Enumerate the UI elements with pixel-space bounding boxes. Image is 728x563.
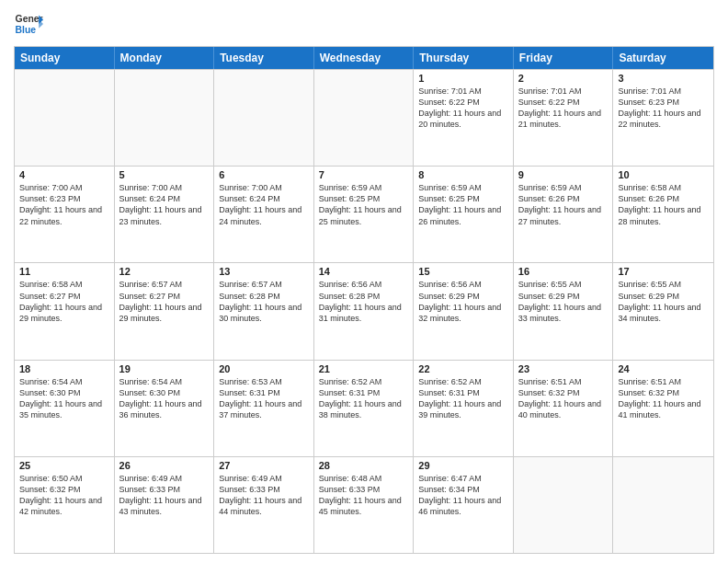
day-number: 17 bbox=[618, 266, 709, 277]
day-cell-29: 29Sunrise: 6:47 AM Sunset: 6:34 PM Dayli… bbox=[414, 457, 514, 553]
calendar-row-1: 4Sunrise: 7:00 AM Sunset: 6:23 PM Daylig… bbox=[15, 166, 713, 262]
day-cell-6: 6Sunrise: 7:00 AM Sunset: 6:24 PM Daylig… bbox=[214, 167, 314, 262]
day-cell-24: 24Sunrise: 6:51 AM Sunset: 6:32 PM Dayli… bbox=[613, 361, 713, 456]
day-info: Sunrise: 6:56 AM Sunset: 6:29 PM Dayligh… bbox=[418, 279, 508, 324]
day-number: 23 bbox=[518, 363, 609, 374]
calendar-row-2: 11Sunrise: 6:58 AM Sunset: 6:27 PM Dayli… bbox=[15, 262, 713, 359]
calendar: SundayMondayTuesdayWednesdayThursdayFrid… bbox=[14, 46, 714, 554]
day-info: Sunrise: 6:59 AM Sunset: 6:25 PM Dayligh… bbox=[319, 182, 409, 227]
day-cell-4: 4Sunrise: 7:00 AM Sunset: 6:23 PM Daylig… bbox=[15, 167, 115, 262]
day-info: Sunrise: 6:48 AM Sunset: 6:33 PM Dayligh… bbox=[319, 473, 409, 518]
day-info: Sunrise: 6:54 AM Sunset: 6:30 PM Dayligh… bbox=[19, 376, 109, 421]
day-info: Sunrise: 7:01 AM Sunset: 6:23 PM Dayligh… bbox=[618, 86, 709, 131]
day-number: 28 bbox=[319, 460, 409, 471]
day-info: Sunrise: 6:54 AM Sunset: 6:30 PM Dayligh… bbox=[119, 376, 210, 421]
day-number: 8 bbox=[418, 169, 508, 180]
day-number: 5 bbox=[119, 169, 210, 180]
day-info: Sunrise: 7:00 AM Sunset: 6:24 PM Dayligh… bbox=[219, 182, 309, 227]
day-info: Sunrise: 6:52 AM Sunset: 6:31 PM Dayligh… bbox=[418, 376, 508, 421]
day-cell-20: 20Sunrise: 6:53 AM Sunset: 6:31 PM Dayli… bbox=[214, 361, 314, 456]
day-cell-empty-0-0 bbox=[15, 70, 115, 166]
day-cell-27: 27Sunrise: 6:49 AM Sunset: 6:33 PM Dayli… bbox=[214, 457, 314, 553]
day-cell-10: 10Sunrise: 6:58 AM Sunset: 6:26 PM Dayli… bbox=[613, 167, 713, 262]
day-number: 20 bbox=[219, 363, 309, 374]
day-cell-13: 13Sunrise: 6:57 AM Sunset: 6:28 PM Dayli… bbox=[214, 263, 314, 359]
calendar-row-3: 18Sunrise: 6:54 AM Sunset: 6:30 PM Dayli… bbox=[15, 360, 713, 456]
day-number: 19 bbox=[119, 363, 210, 374]
day-number: 10 bbox=[618, 169, 709, 180]
day-info: Sunrise: 6:49 AM Sunset: 6:33 PM Dayligh… bbox=[219, 473, 309, 518]
day-info: Sunrise: 7:01 AM Sunset: 6:22 PM Dayligh… bbox=[418, 86, 508, 131]
day-cell-8: 8Sunrise: 6:59 AM Sunset: 6:25 PM Daylig… bbox=[414, 167, 514, 262]
day-info: Sunrise: 6:57 AM Sunset: 6:27 PM Dayligh… bbox=[119, 279, 210, 324]
day-cell-empty-0-1 bbox=[115, 70, 215, 166]
day-number: 6 bbox=[219, 169, 309, 180]
svg-text:Blue: Blue bbox=[16, 25, 37, 35]
day-cell-empty-0-2 bbox=[214, 70, 314, 166]
day-number: 27 bbox=[219, 460, 309, 471]
day-cell-15: 15Sunrise: 6:56 AM Sunset: 6:29 PM Dayli… bbox=[414, 263, 514, 359]
weekday-header-tuesday: Tuesday bbox=[214, 47, 314, 69]
day-info: Sunrise: 6:55 AM Sunset: 6:29 PM Dayligh… bbox=[618, 279, 709, 324]
day-number: 12 bbox=[119, 266, 210, 277]
calendar-row-0: 1Sunrise: 7:01 AM Sunset: 6:22 PM Daylig… bbox=[15, 69, 713, 166]
day-cell-25: 25Sunrise: 6:50 AM Sunset: 6:32 PM Dayli… bbox=[15, 457, 115, 553]
day-number: 18 bbox=[19, 363, 109, 374]
day-number: 29 bbox=[418, 460, 508, 471]
weekday-header-saturday: Saturday bbox=[613, 47, 713, 69]
day-number: 2 bbox=[518, 73, 609, 84]
day-info: Sunrise: 6:50 AM Sunset: 6:32 PM Dayligh… bbox=[19, 473, 109, 518]
day-number: 9 bbox=[518, 169, 609, 180]
day-cell-11: 11Sunrise: 6:58 AM Sunset: 6:27 PM Dayli… bbox=[15, 263, 115, 359]
day-info: Sunrise: 7:00 AM Sunset: 6:24 PM Dayligh… bbox=[119, 182, 210, 227]
weekday-header-sunday: Sunday bbox=[15, 47, 115, 69]
day-number: 25 bbox=[19, 460, 109, 471]
calendar-row-4: 25Sunrise: 6:50 AM Sunset: 6:32 PM Dayli… bbox=[15, 456, 713, 553]
day-cell-5: 5Sunrise: 7:00 AM Sunset: 6:24 PM Daylig… bbox=[115, 167, 215, 262]
day-cell-16: 16Sunrise: 6:55 AM Sunset: 6:29 PM Dayli… bbox=[514, 263, 614, 359]
day-number: 13 bbox=[219, 266, 309, 277]
weekday-header-wednesday: Wednesday bbox=[314, 47, 415, 69]
day-number: 16 bbox=[518, 266, 609, 277]
day-info: Sunrise: 6:51 AM Sunset: 6:32 PM Dayligh… bbox=[518, 376, 609, 421]
day-info: Sunrise: 6:59 AM Sunset: 6:26 PM Dayligh… bbox=[518, 182, 609, 227]
day-info: Sunrise: 6:55 AM Sunset: 6:29 PM Dayligh… bbox=[518, 279, 609, 324]
day-number: 11 bbox=[19, 266, 109, 277]
page: General Blue SundayMondayTuesdayWednesda… bbox=[0, 0, 728, 563]
day-info: Sunrise: 6:53 AM Sunset: 6:31 PM Dayligh… bbox=[219, 376, 309, 421]
day-cell-2: 2Sunrise: 7:01 AM Sunset: 6:22 PM Daylig… bbox=[514, 70, 614, 166]
day-number: 7 bbox=[319, 169, 409, 180]
logo: General Blue bbox=[14, 9, 43, 39]
day-cell-21: 21Sunrise: 6:52 AM Sunset: 6:31 PM Dayli… bbox=[314, 361, 415, 456]
day-info: Sunrise: 6:58 AM Sunset: 6:26 PM Dayligh… bbox=[618, 182, 709, 227]
weekday-header-monday: Monday bbox=[115, 47, 215, 69]
calendar-body: 1Sunrise: 7:01 AM Sunset: 6:22 PM Daylig… bbox=[15, 69, 713, 553]
day-cell-23: 23Sunrise: 6:51 AM Sunset: 6:32 PM Dayli… bbox=[514, 361, 614, 456]
day-cell-28: 28Sunrise: 6:48 AM Sunset: 6:33 PM Dayli… bbox=[314, 457, 415, 553]
day-cell-9: 9Sunrise: 6:59 AM Sunset: 6:26 PM Daylig… bbox=[514, 167, 614, 262]
day-cell-19: 19Sunrise: 6:54 AM Sunset: 6:30 PM Dayli… bbox=[115, 361, 215, 456]
day-info: Sunrise: 6:47 AM Sunset: 6:34 PM Dayligh… bbox=[418, 473, 508, 518]
day-cell-empty-0-3 bbox=[314, 70, 415, 166]
day-cell-1: 1Sunrise: 7:01 AM Sunset: 6:22 PM Daylig… bbox=[414, 70, 514, 166]
day-info: Sunrise: 6:52 AM Sunset: 6:31 PM Dayligh… bbox=[319, 376, 409, 421]
day-info: Sunrise: 6:56 AM Sunset: 6:28 PM Dayligh… bbox=[319, 279, 409, 324]
logo-icon: General Blue bbox=[14, 9, 43, 39]
day-number: 14 bbox=[319, 266, 409, 277]
day-info: Sunrise: 6:59 AM Sunset: 6:25 PM Dayligh… bbox=[418, 182, 508, 227]
day-cell-7: 7Sunrise: 6:59 AM Sunset: 6:25 PM Daylig… bbox=[314, 167, 415, 262]
day-number: 1 bbox=[418, 73, 508, 84]
day-number: 26 bbox=[119, 460, 210, 471]
day-info: Sunrise: 6:49 AM Sunset: 6:33 PM Dayligh… bbox=[119, 473, 210, 518]
calendar-header-row: SundayMondayTuesdayWednesdayThursdayFrid… bbox=[15, 47, 713, 69]
day-number: 3 bbox=[618, 73, 709, 84]
day-cell-empty-4-5 bbox=[514, 457, 614, 553]
day-cell-14: 14Sunrise: 6:56 AM Sunset: 6:28 PM Dayli… bbox=[314, 263, 415, 359]
weekday-header-friday: Friday bbox=[514, 47, 614, 69]
day-cell-12: 12Sunrise: 6:57 AM Sunset: 6:27 PM Dayli… bbox=[115, 263, 215, 359]
day-info: Sunrise: 6:57 AM Sunset: 6:28 PM Dayligh… bbox=[219, 279, 309, 324]
day-cell-22: 22Sunrise: 6:52 AM Sunset: 6:31 PM Dayli… bbox=[414, 361, 514, 456]
weekday-header-thursday: Thursday bbox=[414, 47, 514, 69]
day-number: 24 bbox=[618, 363, 709, 374]
day-info: Sunrise: 7:01 AM Sunset: 6:22 PM Dayligh… bbox=[518, 86, 609, 131]
